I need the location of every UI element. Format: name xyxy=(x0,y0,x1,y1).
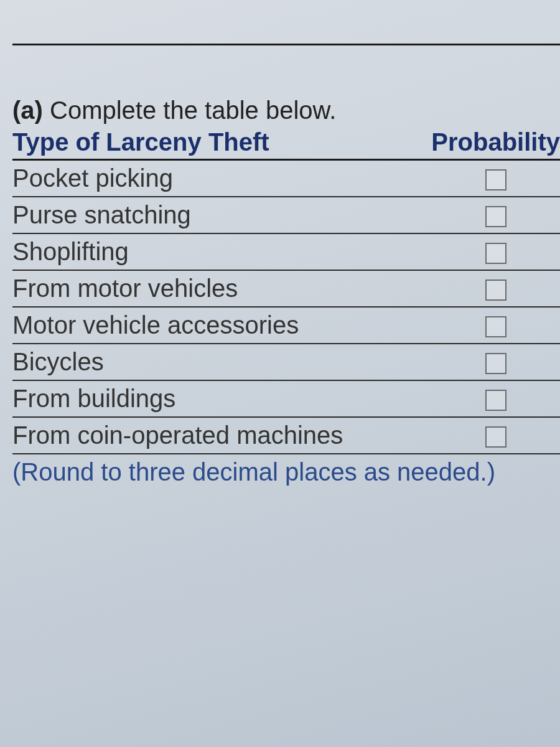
row-type: Pocket picking xyxy=(12,160,431,197)
row-probability-cell xyxy=(431,270,560,307)
row-type: Purse snatching xyxy=(12,197,431,233)
row-probability-cell xyxy=(431,417,560,454)
table-row: Motor vehicle accessories xyxy=(12,307,560,344)
page: (a) Complete the table below. Type of La… xyxy=(0,0,560,747)
question-marker: (a) xyxy=(12,96,43,124)
table-row: From buildings xyxy=(12,380,560,417)
table-row: Shoplifting xyxy=(12,233,560,270)
probability-input[interactable] xyxy=(485,316,506,337)
row-type: Motor vehicle accessories xyxy=(12,307,431,344)
rounding-hint: (Round to three decimal places as needed… xyxy=(12,454,560,486)
table-row: From motor vehicles xyxy=(12,270,560,307)
row-type: From coin-operated machines xyxy=(12,417,431,454)
horizontal-rule xyxy=(12,44,560,45)
larceny-table: Type of Larceny Theft Probability Pocket… xyxy=(12,127,560,454)
table-header-row: Type of Larceny Theft Probability xyxy=(12,127,560,160)
row-type: From motor vehicles xyxy=(12,270,431,307)
table-row: Bicycles xyxy=(12,344,560,380)
row-type: Shoplifting xyxy=(12,233,431,270)
row-type: Bicycles xyxy=(12,344,431,380)
row-probability-cell xyxy=(431,197,560,233)
probability-input[interactable] xyxy=(485,280,506,301)
row-probability-cell xyxy=(431,380,560,417)
probability-input[interactable] xyxy=(485,206,506,227)
row-probability-cell xyxy=(431,307,560,344)
probability-input[interactable] xyxy=(485,353,506,374)
probability-input[interactable] xyxy=(485,390,506,411)
row-probability-cell xyxy=(431,160,560,197)
table-row: From coin-operated machines xyxy=(12,417,560,454)
table-row: Pocket picking xyxy=(12,160,560,197)
table-row: Purse snatching xyxy=(12,197,560,233)
row-probability-cell xyxy=(431,344,560,380)
probability-input[interactable] xyxy=(485,169,506,190)
row-type: From buildings xyxy=(12,380,431,417)
row-probability-cell xyxy=(431,233,560,270)
probability-input[interactable] xyxy=(485,243,506,264)
header-type: Type of Larceny Theft xyxy=(12,127,431,160)
probability-input[interactable] xyxy=(485,426,506,448)
header-probability: Probability xyxy=(431,127,560,160)
question-prompt: (a) Complete the table below. xyxy=(12,96,560,125)
content: (a) Complete the table below. Type of La… xyxy=(12,96,560,486)
question-text: Complete the table below. xyxy=(50,96,336,124)
